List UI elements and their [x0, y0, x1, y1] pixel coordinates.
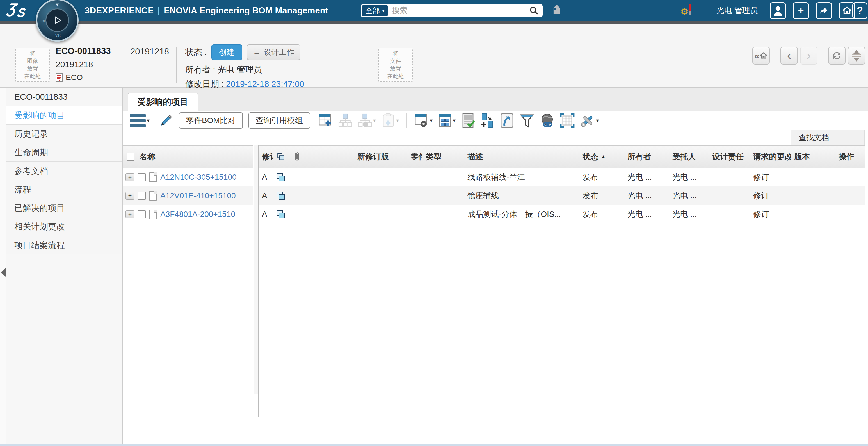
cell-revision: A [258, 205, 273, 224]
paste-button[interactable]: ▾ [381, 113, 399, 128]
cell-design-responsibility [709, 186, 750, 205]
sidebar-item-related-plan-changes[interactable]: 相关计划更改 [6, 217, 122, 236]
back-to-home-button[interactable]: « [752, 47, 770, 65]
double-chevron-icon: « [754, 50, 759, 61]
assign-icon [480, 113, 494, 128]
plus-icon: + [798, 5, 804, 17]
topbar-shadow-strip [0, 21, 868, 24]
3dexperience-compass-icon[interactable]: ▼ 3D V.R [36, 0, 79, 41]
status-next-button[interactable]: → 设计工作 [247, 44, 300, 60]
column-header-owner[interactable]: 所有者 [624, 146, 669, 168]
assign-button[interactable] [480, 113, 494, 128]
sidebar-item-history[interactable]: 历史记录 [6, 125, 122, 143]
modified-value[interactable]: 2019-12-18 23:47:00 [226, 79, 304, 88]
current-user-label[interactable]: 光电 管理员 [716, 0, 758, 21]
printer-icon [277, 173, 285, 181]
cell-print[interactable] [273, 205, 290, 224]
chevron-left-icon: ‹ [787, 49, 791, 62]
column-header-actions[interactable]: 操作 [835, 146, 865, 168]
column-header-requested-change[interactable]: 请求的更改 [750, 146, 791, 168]
table-settings-button[interactable]: ▾ [414, 113, 433, 128]
chevron-down-icon: ▾ [147, 117, 150, 124]
table-row: + A12N10C-305+15100 [123, 168, 253, 186]
expand-row-icon[interactable]: + [125, 192, 134, 200]
column-header-type[interactable]: 类型 [423, 146, 464, 168]
column-header-name[interactable]: 名称 [140, 151, 155, 162]
sidebar-item-affected-items[interactable]: 受影响的项目 [6, 106, 122, 125]
nav-forward-button[interactable]: › [800, 47, 817, 65]
refresh-button[interactable] [828, 47, 845, 65]
add-content-button[interactable]: + [793, 2, 809, 19]
promote-button[interactable] [500, 113, 514, 128]
cell-version [791, 205, 835, 224]
owner-label: 所有者 : [185, 65, 215, 74]
sort-ascending-icon: ▲ [601, 154, 606, 159]
sidebar-item-routes[interactable]: 流程 [6, 180, 122, 199]
column-header-revision[interactable]: 修订版 [258, 146, 273, 168]
table-row: A 线路板辅线-兰江 发布 光电 ... 光电 ... 修订 [258, 168, 865, 186]
structure-icon [338, 114, 352, 127]
header-divider [123, 47, 123, 83]
nav-back-button[interactable]: ‹ [780, 47, 798, 65]
hamburger-menu-icon [130, 114, 146, 127]
full-screen-table-button[interactable] [560, 113, 575, 128]
cell-print[interactable] [273, 168, 290, 186]
structure-view-button[interactable] [338, 114, 352, 127]
column-header-design-responsibility[interactable]: 设计责任 [709, 146, 750, 168]
row-checkbox[interactable] [138, 210, 146, 218]
document-icon [149, 210, 157, 219]
structure-settings-button[interactable]: ▾ [358, 114, 376, 127]
sidebar-item-reference-documents[interactable]: 参考文档 [6, 162, 122, 180]
cell-part [407, 205, 423, 224]
column-header-attachment[interactable] [290, 146, 354, 168]
expand-row-icon[interactable]: + [125, 210, 134, 218]
column-header-assignee[interactable]: 受托人 [669, 146, 709, 168]
cell-design-responsibility [709, 168, 750, 186]
actions-menu-button[interactable]: ▾ [130, 114, 150, 127]
add-existing-button[interactable] [318, 113, 333, 128]
cell-revision: A [258, 186, 273, 205]
share-button[interactable] [816, 2, 832, 19]
column-header-version[interactable]: 版本 [791, 146, 835, 168]
chevron-down-icon: ▾ [453, 117, 456, 124]
status-current-button[interactable]: 创建 [211, 44, 242, 60]
sidebar-item-eco[interactable]: ECO-0011833 [6, 88, 122, 106]
column-header-new-revision[interactable]: 新修订版 [354, 146, 407, 168]
row-checkbox[interactable] [138, 192, 146, 200]
edit-button[interactable] [159, 114, 173, 127]
drop-file-zone[interactable]: 将 文件 放置 在此处 [378, 48, 413, 82]
column-header-state[interactable]: 状态 ▲ [579, 146, 624, 168]
sidebar-item-item-closure-process[interactable]: 项目结案流程 [6, 236, 122, 255]
sidebar-item-lifecycle[interactable]: 生命周期 [6, 143, 122, 162]
bom-compare-button[interactable]: 零件BOM比对 [179, 112, 243, 129]
drop-image-zone[interactable]: 将 图像 放置 在此处 [16, 48, 50, 82]
tools-notification-icon[interactable]: ⚙ [680, 4, 693, 17]
column-header-description[interactable]: 描述 [464, 146, 579, 168]
cell-state: 发布 [579, 168, 624, 186]
help-button[interactable]: ? [852, 2, 867, 19]
row-checkbox[interactable] [138, 173, 146, 181]
modified-label: 修改日期 : [185, 79, 224, 88]
item-name-link[interactable]: A12N10C-305+15100 [160, 173, 237, 182]
cell-print[interactable] [273, 186, 290, 205]
tab-affected-items[interactable]: 受影响的项目 [128, 93, 198, 111]
tag-icon[interactable] [551, 5, 563, 17]
item-name-link[interactable]: A12V01E-410+15100 [160, 191, 236, 200]
collapse-header-button[interactable] [848, 47, 865, 65]
column-header-print[interactable] [273, 146, 290, 168]
expand-row-icon[interactable]: + [125, 173, 134, 181]
item-name-link[interactable]: A3F4801A-200+1510 [160, 210, 235, 219]
query-reference-module-button[interactable]: 查询引用模组 [248, 112, 310, 129]
select-all-checkbox[interactable] [127, 153, 134, 161]
filter-button[interactable] [520, 113, 534, 128]
sidebar-item-resolved-items[interactable]: 已解决的项目 [6, 199, 122, 217]
search-scope-dropdown[interactable]: 全部 ▾ [362, 5, 388, 16]
search-icon[interactable] [529, 6, 539, 16]
search-input[interactable] [389, 6, 529, 15]
validate-list-button[interactable] [461, 113, 475, 128]
tools-menu-button[interactable]: ▾ [580, 113, 599, 128]
card-view-button[interactable]: ▾ [438, 113, 456, 128]
column-header-part[interactable]: 零件 [407, 146, 423, 168]
profile-button[interactable] [770, 2, 786, 19]
share-link-button[interactable] [540, 113, 554, 128]
